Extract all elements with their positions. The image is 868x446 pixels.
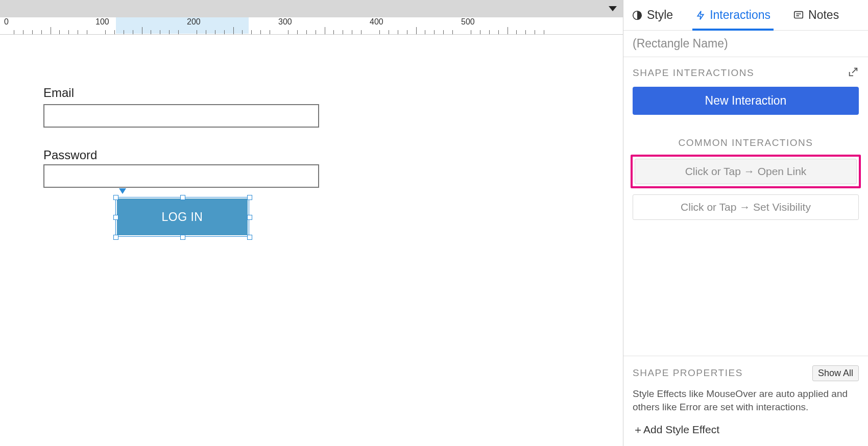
design-canvas[interactable]: Email Password LOG IN (0, 35, 623, 446)
login-button-shape[interactable]: LOG IN (117, 199, 248, 235)
ruler-selection-highlight (116, 17, 249, 34)
shape-name-input[interactable]: (Rectangle Name) (623, 31, 868, 57)
shape-properties-section: SHAPE PROPERTIES Show All Style Effects … (623, 356, 868, 446)
bolt-icon (695, 10, 706, 21)
selection-handle[interactable] (247, 195, 252, 200)
tab-notes-label: Notes (808, 8, 839, 22)
selection-handle[interactable] (247, 215, 252, 220)
svg-rect-1 (794, 11, 803, 18)
shape-interactions-section: SHAPE INTERACTIONS New Interaction (623, 57, 868, 115)
tab-style[interactable]: Style (632, 0, 673, 30)
common-interaction-open-link[interactable]: Click or Tap → Open Link (631, 155, 861, 188)
dropdown-caret-icon[interactable] (609, 6, 617, 11)
email-label: Email (43, 86, 74, 100)
selection-flag-icon (119, 188, 126, 194)
tab-interactions-label: Interactions (710, 8, 770, 22)
ruler-label: 500 (461, 17, 475, 27)
new-interaction-button[interactable]: New Interaction (633, 87, 859, 115)
common-interactions-title: COMMON INTERACTIONS (623, 137, 868, 148)
email-input-shape[interactable] (43, 104, 319, 128)
selection-handle[interactable] (113, 235, 118, 240)
shape-properties-title: SHAPE PROPERTIES (633, 367, 743, 379)
shape-interactions-title: SHAPE INTERACTIONS (633, 67, 754, 79)
top-toolbar (0, 0, 623, 17)
ruler-label: 200 (187, 17, 201, 27)
horizontal-ruler[interactable]: 0100200300400500 (0, 17, 623, 35)
show-all-button[interactable]: Show All (812, 365, 859, 381)
common-interaction-set-visibility[interactable]: Click or Tap → Set Visibility (633, 194, 859, 220)
panel-tabs: Style Interactions Notes (623, 0, 868, 31)
shape-properties-description: Style Effects like MouseOver are auto ap… (633, 387, 859, 414)
password-input-shape[interactable] (43, 164, 319, 188)
canvas-area: 0100200300400500 Email Password LOG IN (0, 0, 623, 446)
tab-interactions[interactable]: Interactions (695, 0, 770, 30)
password-label: Password (43, 148, 97, 162)
style-icon (632, 10, 643, 21)
properties-panel: Style Interactions Notes (Rectangle Name… (623, 0, 868, 446)
tab-notes[interactable]: Notes (793, 0, 839, 30)
note-icon (793, 10, 804, 21)
ruler-label: 300 (278, 17, 292, 27)
login-button-label: LOG IN (162, 210, 203, 224)
ruler-label: 0 (4, 17, 9, 27)
selection-handle[interactable] (247, 235, 252, 240)
selection-handle[interactable] (180, 235, 185, 240)
add-style-effect-button[interactable]: ＋Add Style Effect (633, 423, 859, 437)
ruler-label: 100 (95, 17, 109, 27)
tab-style-label: Style (647, 8, 673, 22)
popout-icon[interactable] (848, 66, 859, 80)
ruler-label: 400 (370, 17, 383, 27)
common-interaction-open-link-label: Click or Tap → Open Link (635, 159, 857, 184)
